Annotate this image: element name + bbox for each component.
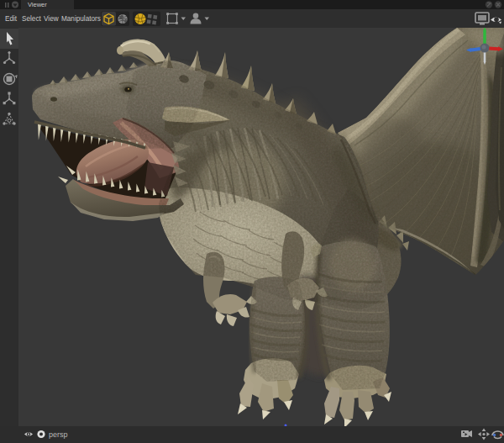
svg-text:Viewer: Viewer (28, 1, 47, 8)
svg-text:persp: persp (49, 430, 68, 439)
svg-text:View: View (44, 15, 59, 23)
svg-text:Edit: Edit (5, 15, 18, 23)
svg-text:Select: Select (22, 15, 41, 23)
svg-text:Manipulators: Manipulators (61, 15, 101, 23)
